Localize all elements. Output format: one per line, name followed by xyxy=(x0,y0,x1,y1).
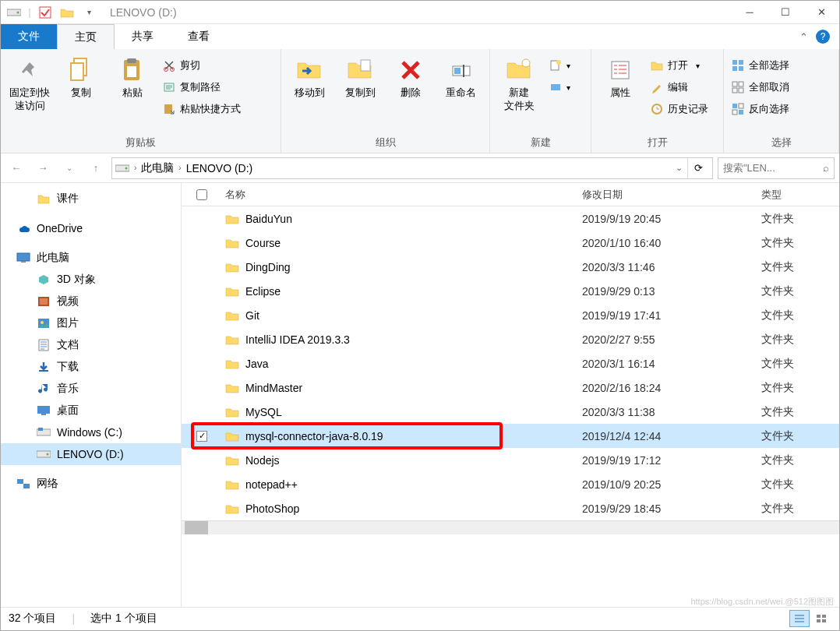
close-button[interactable]: ✕ xyxy=(803,1,839,24)
minimize-button[interactable]: ─ xyxy=(732,1,768,24)
tab-view[interactable]: 查看 xyxy=(171,24,227,49)
svg-rect-33 xyxy=(739,110,743,115)
nav-up-button[interactable]: ↑ xyxy=(85,157,107,179)
maximize-button[interactable]: ☐ xyxy=(768,1,803,24)
svg-rect-54 xyxy=(822,619,826,622)
cut-button[interactable]: 剪切 xyxy=(160,55,244,76)
address-box[interactable]: › 此电脑 › LENOVO (D:) ⌄ ⟳ xyxy=(111,157,713,179)
copy-to-button[interactable]: 复制到 xyxy=(337,52,384,100)
file-name: DingDing xyxy=(245,261,291,273)
view-icons-button[interactable] xyxy=(811,610,831,627)
ribbon-collapse-icon[interactable]: ⌃ xyxy=(799,31,808,43)
tab-file[interactable]: 文件 xyxy=(1,24,57,49)
nav-recent-button[interactable]: ⌄ xyxy=(58,157,80,179)
file-date: 2019/9/19 17:41 xyxy=(582,309,761,322)
copy-path-button[interactable]: 复制路径 xyxy=(160,77,244,97)
easy-access-button[interactable]: ▾ xyxy=(546,77,574,97)
table-row[interactable]: Nodejs2019/9/19 17:12文件夹 xyxy=(182,448,839,472)
sidebar-item-courseware[interactable]: 课件 xyxy=(1,188,181,210)
select-all-checkbox[interactable] xyxy=(196,189,207,200)
table-row[interactable]: Eclipse2019/9/29 0:13文件夹 xyxy=(182,279,839,303)
view-details-button[interactable] xyxy=(789,610,810,627)
paste-button[interactable]: 粘贴 xyxy=(108,52,157,100)
file-name: Nodejs xyxy=(245,454,280,467)
chevron-right-icon[interactable]: › xyxy=(178,164,181,172)
file-pane: 名称ˆ 修改日期 类型 BaiduYun2019/9/19 20:45文件夹Co… xyxy=(182,183,839,607)
sidebar-item-onedrive[interactable]: OneDrive xyxy=(1,217,181,239)
sidebar-item-cdrive[interactable]: Windows (C:) xyxy=(1,421,181,443)
copy-button[interactable]: 复制 xyxy=(57,52,105,100)
chevron-right-icon[interactable]: › xyxy=(134,164,136,172)
sidebar-item-3d[interactable]: 3D 对象 xyxy=(1,269,181,291)
column-date[interactable]: 修改日期 xyxy=(582,188,761,202)
select-all-button[interactable]: 全部选择 xyxy=(729,55,792,76)
table-row[interactable]: IntelliJ IDEA 2019.3.32020/2/27 9:55文件夹 xyxy=(182,327,839,351)
new-item-button[interactable]: ▾ xyxy=(546,55,574,76)
search-icon[interactable]: ⌕ xyxy=(823,162,829,174)
file-name: mysql-connector-java-8.0.19 xyxy=(245,430,383,442)
svg-rect-52 xyxy=(822,615,826,618)
sidebar-item-network[interactable]: 网络 xyxy=(1,473,181,495)
sidebar-item-video[interactable]: 视频 xyxy=(1,291,181,312)
breadcrumb-drive[interactable]: LENOVO (D:) xyxy=(186,162,253,174)
history-button[interactable]: 历史记录 xyxy=(648,99,711,119)
sidebar-item-music[interactable]: 音乐 xyxy=(1,378,181,400)
svg-rect-43 xyxy=(37,406,50,414)
table-row[interactable]: Course2020/1/10 16:40文件夹 xyxy=(182,231,839,255)
table-row[interactable]: MindMaster2020/2/16 18:24文件夹 xyxy=(182,375,839,400)
paste-shortcut-button[interactable]: 粘贴快捷方式 xyxy=(160,99,244,119)
column-type[interactable]: 类型 xyxy=(761,188,839,202)
open-button[interactable]: 打开▾ xyxy=(648,55,711,76)
move-to-button[interactable]: 移动到 xyxy=(286,52,334,100)
svg-rect-23 xyxy=(739,60,743,65)
file-name: Course xyxy=(245,237,281,249)
nav-back-button[interactable]: ← xyxy=(5,157,27,179)
table-row[interactable]: Java2020/3/1 16:14文件夹 xyxy=(182,351,839,375)
select-invert-button[interactable]: 反向选择 xyxy=(729,99,792,119)
sidebar-item-pictures[interactable]: 图片 xyxy=(1,312,181,334)
search-box[interactable]: ⌕ xyxy=(718,157,835,179)
table-row[interactable]: notepad++2019/10/9 20:25文件夹 xyxy=(182,472,839,496)
help-icon[interactable]: ? xyxy=(816,30,830,44)
sidebar-item-thispc[interactable]: 此电脑 xyxy=(1,247,181,269)
pin-to-quickaccess-button[interactable]: 固定到快 速访问 xyxy=(5,52,54,113)
properties-button[interactable]: 属性 xyxy=(596,52,644,100)
rename-button[interactable]: 重命名 xyxy=(437,52,485,100)
horizontal-scrollbar[interactable] xyxy=(182,520,839,534)
group-new-label: 新建 xyxy=(495,134,586,151)
ribbon-tabs: 文件 主页 共享 查看 ⌃ ? xyxy=(1,24,839,49)
edit-button[interactable]: 编辑 xyxy=(648,77,711,97)
breadcrumb-pc[interactable]: 此电脑 xyxy=(141,161,174,175)
sidebar-item-ddrive[interactable]: LENOVO (D:) xyxy=(1,443,181,465)
group-organize-label: 组织 xyxy=(286,134,485,151)
svg-rect-50 xyxy=(23,484,30,488)
table-row[interactable]: PhotoShop2019/9/29 18:45文件夹 xyxy=(182,496,839,520)
file-date: 2020/3/3 11:46 xyxy=(582,261,761,273)
table-row[interactable]: BaiduYun2019/9/19 20:45文件夹 xyxy=(182,206,839,231)
qat-folder-icon[interactable] xyxy=(58,4,76,21)
table-row[interactable]: Git2019/9/19 17:41文件夹 xyxy=(182,303,839,327)
tab-home[interactable]: 主页 xyxy=(57,24,115,49)
table-row[interactable]: MySQL2020/3/3 11:38文件夹 xyxy=(182,400,839,424)
table-row[interactable]: DingDing2020/3/3 11:46文件夹 xyxy=(182,255,839,279)
qat-dropdown-icon[interactable]: ▾ xyxy=(80,4,97,21)
sidebar-item-desktop[interactable]: 桌面 xyxy=(1,400,181,421)
file-date: 2020/1/10 16:40 xyxy=(582,237,761,249)
search-input[interactable] xyxy=(723,162,820,174)
sidebar-item-downloads[interactable]: 下载 xyxy=(1,356,181,378)
qat-checkbox-icon[interactable] xyxy=(37,4,54,21)
delete-button[interactable]: 删除 xyxy=(387,52,435,100)
table-row[interactable]: ✓mysql-connector-java-8.0.192019/12/4 12… xyxy=(182,424,839,448)
address-dropdown-icon[interactable]: ⌄ xyxy=(676,163,683,173)
column-name[interactable]: 名称ˆ xyxy=(222,188,582,202)
file-date: 2019/9/19 17:12 xyxy=(582,454,761,467)
new-folder-button[interactable]: 新建 文件夹 xyxy=(495,52,543,113)
file-name: Eclipse xyxy=(245,285,281,298)
svg-point-1 xyxy=(17,11,19,13)
refresh-button[interactable]: ⟳ xyxy=(687,158,709,178)
nav-forward-button[interactable]: → xyxy=(32,157,54,179)
tab-share[interactable]: 共享 xyxy=(115,24,171,49)
svg-rect-31 xyxy=(739,104,743,108)
select-none-button[interactable]: 全部取消 xyxy=(729,77,792,97)
sidebar-item-documents[interactable]: 文档 xyxy=(1,334,181,356)
